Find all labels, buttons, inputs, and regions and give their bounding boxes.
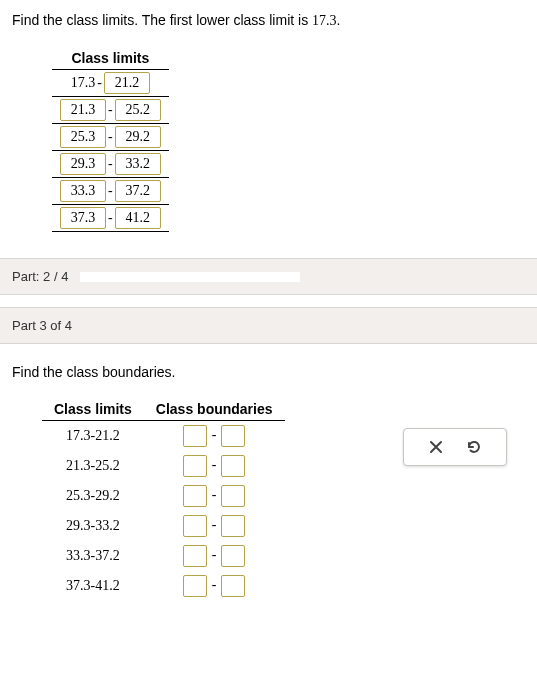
upper-limit-input[interactable]: 21.2	[104, 72, 150, 94]
progress-sep: /	[50, 269, 61, 284]
limit-pair: 33.3 - 37.2	[60, 180, 161, 202]
boundary-lower-input[interactable]	[183, 425, 207, 447]
dash: -	[211, 427, 218, 442]
boundary-upper-input[interactable]	[221, 485, 245, 507]
start-value: 17.3	[312, 13, 337, 28]
dash: -	[211, 517, 218, 532]
limit-pair: 21.3 - 25.2	[60, 99, 161, 121]
boundary-lower-input[interactable]	[183, 485, 207, 507]
problem-text-1: Find the class limits. The first lower c…	[12, 12, 525, 29]
lower-limit-text: 17.3	[71, 75, 96, 91]
boundary-lower-input[interactable]	[183, 575, 207, 597]
x-icon	[428, 439, 444, 455]
progress-label: Part: 2 / 4	[12, 269, 68, 284]
class-limits-header: Class limits	[52, 47, 169, 70]
upper-limit-input[interactable]: 25.2	[115, 99, 161, 121]
dash: -	[96, 75, 103, 91]
header-class-boundaries: Class boundaries	[144, 398, 285, 421]
lower-limit-input[interactable]: 21.3	[60, 99, 106, 121]
upper-limit-input[interactable]: 33.2	[115, 153, 161, 175]
limits-cell: 21.3-25.2	[42, 451, 144, 481]
toolbar	[403, 428, 507, 466]
limits-cell: 17.3-21.2	[42, 421, 144, 452]
limit-pair: 37.3 - 41.2	[60, 207, 161, 229]
lower-limit-input[interactable]: 25.3	[60, 126, 106, 148]
progress-label-prefix: Part:	[12, 269, 43, 284]
problem-text-2: Find the class boundaries.	[12, 364, 525, 380]
upper-limit-input[interactable]: 41.2	[115, 207, 161, 229]
progress-total: 4	[61, 269, 68, 284]
dash: -	[211, 577, 218, 592]
dash: -	[107, 210, 114, 226]
boundary-upper-input[interactable]	[221, 575, 245, 597]
limit-pair: 25.3 - 29.2	[60, 126, 161, 148]
lower-limit-input[interactable]: 33.3	[60, 180, 106, 202]
dash: -	[107, 156, 114, 172]
upper-limit-input[interactable]: 29.2	[115, 126, 161, 148]
limit-pair: 29.3 - 33.2	[60, 153, 161, 175]
dash: -	[107, 102, 114, 118]
boundary-upper-input[interactable]	[221, 515, 245, 537]
undo-icon	[465, 438, 483, 456]
dash: -	[107, 129, 114, 145]
dash: -	[211, 487, 218, 502]
boundary-lower-input[interactable]	[183, 455, 207, 477]
header-class-limits: Class limits	[42, 398, 144, 421]
limits-cell: 33.3-37.2	[42, 541, 144, 571]
boundary-upper-input[interactable]	[221, 545, 245, 567]
part-header: Part 3 of 4	[0, 307, 537, 344]
clear-button[interactable]	[426, 437, 446, 457]
reset-button[interactable]	[464, 437, 484, 457]
boundary-lower-input[interactable]	[183, 515, 207, 537]
progress-row: Part: 2 / 4	[0, 258, 537, 295]
limits-cell: 29.3-33.2	[42, 511, 144, 541]
boundary-upper-input[interactable]	[221, 425, 245, 447]
problem-prefix: Find the class limits. The first lower c…	[12, 12, 312, 28]
dash: -	[211, 547, 218, 562]
boundary-upper-input[interactable]	[221, 455, 245, 477]
limits-cell: 25.3-29.2	[42, 481, 144, 511]
class-limits-table: Class limits 17.3 - 21.2 21.3 - 25.2 25.…	[52, 47, 169, 232]
boundary-lower-input[interactable]	[183, 545, 207, 567]
lower-limit-input[interactable]: 29.3	[60, 153, 106, 175]
problem-suffix: .	[337, 12, 341, 28]
lower-limit-input[interactable]: 37.3	[60, 207, 106, 229]
progress-track	[80, 272, 300, 282]
dash: -	[107, 183, 114, 199]
limits-cell: 37.3-41.2	[42, 571, 144, 601]
dash: -	[211, 457, 218, 472]
limit-pair: 17.3 - 21.2	[71, 72, 150, 94]
upper-limit-input[interactable]: 37.2	[115, 180, 161, 202]
class-boundaries-table: Class limits Class boundaries 17.3-21.2 …	[42, 398, 285, 601]
